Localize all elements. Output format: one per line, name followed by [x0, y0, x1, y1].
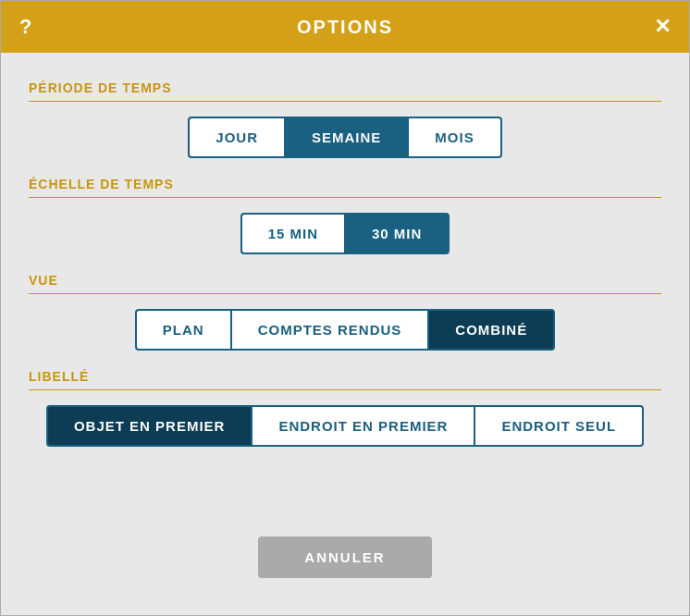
dialog-header: ? OPTIONS ✕ — [1, 1, 689, 53]
btn-mois[interactable]: MOIS — [407, 117, 501, 158]
btn-combine[interactable]: COMBINÉ — [427, 309, 555, 351]
btn-jour[interactable]: JOUR — [188, 117, 284, 158]
periode-section-label: PÉRIODE DE TEMPS — [29, 80, 661, 102]
btn-semaine[interactable]: SEMAINE — [284, 117, 407, 158]
cancel-button[interactable]: ANNULER — [258, 536, 431, 578]
echelle-section-label: ÉCHELLE DE TEMPS — [29, 177, 661, 198]
vue-button-group: PLAN COMPTES RENDUS COMBINÉ — [29, 309, 661, 351]
dialog-body: PÉRIODE DE TEMPS JOUR SEMAINE MOIS ÉCHEL… — [1, 53, 689, 615]
echelle-button-group: 15 MIN 30 MIN — [29, 213, 661, 254]
btn-endroit-seul[interactable]: ENDROIT SEUL — [474, 405, 644, 447]
btn-objet-premier[interactable]: OBJET EN PREMIER — [46, 405, 252, 447]
btn-comptes-rendus[interactable]: COMPTES RENDUS — [230, 309, 428, 351]
btn-plan[interactable]: PLAN — [135, 309, 230, 351]
options-dialog: ? OPTIONS ✕ PÉRIODE DE TEMPS JOUR SEMAIN… — [0, 0, 690, 616]
help-button[interactable]: ? — [19, 15, 31, 39]
libelle-section-label: LIBELLÉ — [29, 369, 661, 390]
btn-30min[interactable]: 30 MIN — [344, 213, 450, 254]
dialog-footer: ANNULER — [29, 518, 661, 587]
dialog-title: OPTIONS — [297, 17, 393, 38]
libelle-button-group: OBJET EN PREMIER ENDROIT EN PREMIER ENDR… — [29, 405, 661, 447]
vue-section-label: VUE — [29, 273, 661, 294]
btn-15min[interactable]: 15 MIN — [240, 213, 344, 254]
btn-endroit-premier[interactable]: ENDROIT EN PREMIER — [251, 405, 474, 447]
periode-button-group: JOUR SEMAINE MOIS — [29, 117, 661, 158]
close-button[interactable]: ✕ — [654, 15, 671, 39]
